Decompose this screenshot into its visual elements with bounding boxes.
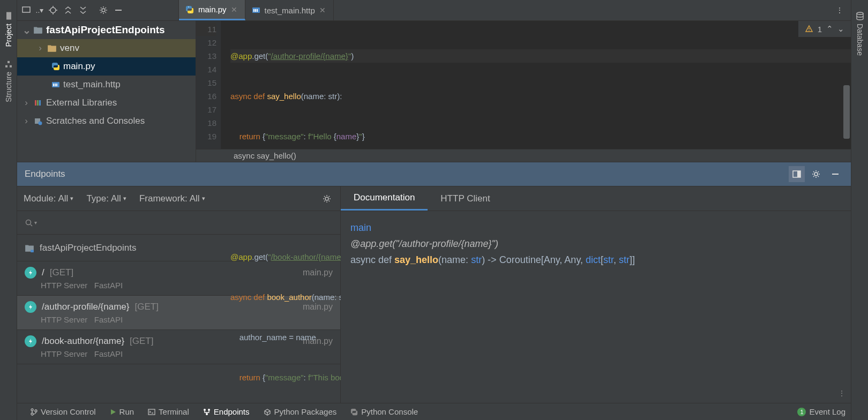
minimize-icon[interactable] [111, 3, 125, 17]
endpoints-icon [203, 408, 211, 416]
right-tool-rail: Database [851, 0, 868, 420]
chevron-down-icon[interactable]: ⌄ [23, 24, 30, 36]
doc-type-str[interactable]: str [471, 254, 482, 265]
top-right-icons: ⋮ [833, 0, 851, 20]
collapse-all-icon[interactable] [76, 3, 90, 17]
svg-point-26 [39, 122, 42, 125]
bolt-icon [25, 267, 36, 279]
documentation-panel: Documentation HTTP Client main @app.get(… [341, 186, 851, 403]
svg-point-12 [188, 6, 189, 8]
database-tool-tab[interactable]: Database [854, 5, 866, 62]
scrollbar-thumb[interactable] [843, 85, 850, 139]
svg-point-42 [208, 409, 210, 411]
svg-point-37 [31, 409, 33, 411]
filter-type[interactable]: Type: All ▾ [86, 193, 126, 204]
svg-rect-15 [253, 9, 255, 12]
project-tool-tab[interactable]: Project [2, 5, 15, 54]
expand-all-icon[interactable] [61, 3, 75, 17]
doc-type-str[interactable]: str [619, 254, 630, 265]
chevron-right-icon[interactable]: › [36, 43, 44, 54]
tab-http-client[interactable]: HTTP Client [428, 186, 503, 211]
structure-icon [4, 60, 13, 69]
database-icon [856, 12, 864, 20]
doc-module[interactable]: main [350, 222, 371, 233]
close-icon[interactable]: ✕ [319, 6, 326, 14]
svg-rect-3 [8, 61, 10, 63]
locate-icon[interactable] [46, 3, 60, 17]
svg-rect-36 [31, 250, 34, 252]
doc-type-str[interactable]: str [603, 254, 613, 265]
endpoints-project-name: fastApiProjectEndpoints [40, 243, 137, 253]
terminal-icon [148, 409, 155, 415]
doc-fn: say_hello [394, 254, 438, 265]
doc-decorator: @app.get("/author-profile/{name}") [350, 238, 498, 249]
project-tree: ⌄ fastApiProjectEndpoints › venv main.py… [17, 21, 196, 162]
tree-root[interactable]: ⌄ fastApiProjectEndpoints [17, 21, 196, 39]
filter-module[interactable]: Module: All ▾ [24, 193, 73, 204]
dropdown-icon[interactable]: ..▾ [34, 3, 45, 17]
more-vert-icon[interactable]: ⋮ [833, 3, 847, 17]
svg-rect-17 [257, 9, 258, 12]
editor-gutter: 11 12 13 14 15 16 17 18 19 [196, 21, 221, 162]
bottom-version-control[interactable]: Version Control [30, 407, 96, 416]
tab-test-http[interactable]: test_main.http ✕ [245, 0, 334, 20]
warning-icon [805, 25, 813, 33]
bottom-terminal[interactable]: Terminal [148, 407, 189, 416]
chevron-down-icon: ▾ [34, 220, 37, 226]
tab-main-py[interactable]: main.py ✕ [179, 0, 245, 20]
endpoint-path: /book-author/{name} [42, 336, 124, 347]
tab-documentation[interactable]: Documentation [341, 186, 428, 211]
select-view-icon[interactable] [19, 3, 33, 17]
tree-venv[interactable]: › venv [17, 39, 196, 57]
close-icon[interactable]: ✕ [231, 5, 237, 14]
endpoints-body: Module: All ▾ Type: All ▾ Framework: All… [17, 186, 851, 403]
scratches-icon [33, 117, 43, 125]
endpoint-framework: FastAPI [94, 281, 123, 290]
play-icon [110, 409, 116, 415]
line-number: 11 [196, 22, 216, 36]
tree-scratches[interactable]: › Scratches and Consoles [17, 112, 196, 130]
editor-scrollbar[interactable] [843, 37, 850, 149]
workspace: ⌄ fastApiProjectEndpoints › venv main.py… [17, 21, 851, 162]
project-tab-label: Project [4, 24, 13, 47]
folder-icon [25, 244, 34, 252]
endpoint-server: HTTP Server [41, 349, 87, 358]
tree-scratches-label: Scratches and Consoles [46, 116, 145, 126]
gear-icon[interactable] [96, 3, 110, 17]
folder-icon [4, 12, 13, 20]
chevron-down-icon: ▾ [70, 195, 73, 202]
branch-icon [30, 408, 38, 416]
tree-test-http[interactable]: test_main.http [17, 76, 196, 94]
svg-line-35 [31, 224, 32, 226]
prev-hint-icon[interactable]: ⌃ [826, 24, 833, 34]
chevron-down-icon: ▾ [123, 195, 126, 202]
breadcrumb-label: async say_hello() [234, 151, 296, 160]
chevron-right-icon[interactable]: › [23, 116, 30, 126]
chevron-right-icon[interactable]: › [23, 98, 30, 108]
bolt-icon [25, 335, 36, 347]
search-icon [25, 219, 33, 227]
tree-venv-label: venv [60, 43, 79, 54]
more-vert-icon[interactable]: ⋮ [838, 389, 845, 398]
code-editor[interactable]: 11 12 13 14 15 16 17 18 19 @app.get("/au… [196, 21, 851, 162]
svg-point-28 [809, 30, 810, 31]
svg-rect-19 [53, 84, 54, 86]
tree-main-py[interactable]: main.py [17, 57, 196, 76]
structure-tool-tab[interactable]: Structure [2, 54, 15, 109]
bottom-run[interactable]: Run [110, 407, 134, 416]
tab-test-label: test_main.http [265, 6, 315, 15]
line-number: 15 [196, 76, 216, 89]
endpoint-server: HTTP Server [41, 281, 87, 290]
tree-external-libs[interactable]: › External Libraries [17, 94, 196, 112]
breadcrumb[interactable]: async say_hello() [196, 149, 851, 162]
tree-main-label: main.py [63, 61, 95, 72]
line-number: 18 [196, 116, 216, 130]
doc-tabs: Documentation HTTP Client [341, 186, 851, 211]
filter-framework-label: Framework: [139, 193, 188, 204]
endpoint-method: [GET] [130, 336, 153, 347]
doc-kw: async def [350, 254, 394, 265]
code-area[interactable]: @app.get("/author-profile/{name}") async… [221, 21, 851, 162]
doc-type-dict[interactable]: dict [586, 254, 601, 265]
filter-framework[interactable]: Framework: All ▾ [139, 193, 205, 204]
next-hint-icon[interactable]: ⌄ [837, 24, 844, 34]
